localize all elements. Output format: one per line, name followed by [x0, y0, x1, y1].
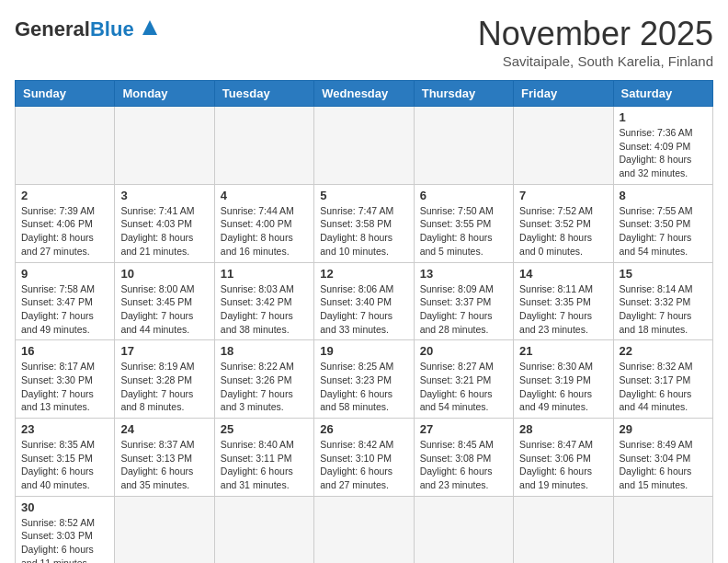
day-info: Sunrise: 7:52 AM Sunset: 3:52 PM Dayligh… [519, 204, 607, 259]
day-info: Sunrise: 7:44 AM Sunset: 4:00 PM Dayligh… [221, 204, 308, 259]
calendar-cell: 15Sunrise: 8:14 AM Sunset: 3:32 PM Dayli… [613, 262, 712, 340]
calendar-week-row: 1Sunrise: 7:36 AM Sunset: 4:09 PM Daylig… [16, 107, 713, 185]
day-info: Sunrise: 8:47 AM Sunset: 3:06 PM Dayligh… [519, 438, 607, 492]
weekday-header-thursday: Thursday [414, 81, 513, 107]
calendar-cell [514, 496, 613, 563]
weekday-header-wednesday: Wednesday [314, 81, 414, 107]
day-number: 18 [221, 344, 308, 358]
calendar-cell: 5Sunrise: 7:47 AM Sunset: 3:58 PM Daylig… [314, 184, 414, 262]
day-info: Sunrise: 8:17 AM Sunset: 3:30 PM Dayligh… [21, 360, 108, 414]
day-number: 8 [620, 189, 707, 202]
calendar-week-row: 23Sunrise: 8:35 AM Sunset: 3:15 PM Dayli… [16, 419, 713, 497]
day-info: Sunrise: 8:14 AM Sunset: 3:32 PM Dayligh… [620, 282, 707, 337]
day-info: Sunrise: 8:27 AM Sunset: 3:21 PM Dayligh… [420, 360, 507, 414]
weekday-header-sunday: Sunday [16, 81, 115, 107]
logo-blue-text: Blue [90, 17, 134, 41]
calendar-cell: 14Sunrise: 8:11 AM Sunset: 3:35 PM Dayli… [514, 262, 613, 340]
day-number: 22 [620, 344, 707, 358]
calendar-cell: 17Sunrise: 8:19 AM Sunset: 3:28 PM Dayli… [115, 340, 214, 419]
calendar-cell [115, 496, 214, 563]
day-info: Sunrise: 8:30 AM Sunset: 3:19 PM Dayligh… [519, 360, 607, 414]
day-number: 24 [120, 422, 208, 436]
calendar-cell [214, 107, 313, 185]
calendar-cell [16, 107, 115, 185]
calendar-cell: 8Sunrise: 7:55 AM Sunset: 3:50 PM Daylig… [613, 184, 712, 262]
logo-icon [137, 15, 163, 44]
day-number: 6 [420, 189, 507, 202]
logo-area: General Blue [15, 15, 163, 44]
calendar-cell: 9Sunrise: 7:58 AM Sunset: 3:47 PM Daylig… [16, 262, 115, 340]
calendar-cell: 16Sunrise: 8:17 AM Sunset: 3:30 PM Dayli… [16, 340, 115, 419]
day-info: Sunrise: 7:47 AM Sunset: 3:58 PM Dayligh… [320, 204, 407, 259]
calendar-cell: 24Sunrise: 8:37 AM Sunset: 3:13 PM Dayli… [115, 419, 214, 497]
day-number: 13 [420, 267, 507, 281]
calendar-cell: 3Sunrise: 7:41 AM Sunset: 4:03 PM Daylig… [115, 184, 214, 262]
calendar-cell: 29Sunrise: 8:49 AM Sunset: 3:04 PM Dayli… [613, 419, 712, 497]
calendar-cell [514, 107, 613, 185]
title-area: November 2025 Savitaipale, South Karelia… [478, 15, 713, 69]
day-info: Sunrise: 8:32 AM Sunset: 3:17 PM Dayligh… [620, 360, 707, 414]
day-number: 26 [320, 422, 407, 436]
weekday-header-row: SundayMondayTuesdayWednesdayThursdayFrid… [16, 81, 713, 107]
calendar-cell: 25Sunrise: 8:40 AM Sunset: 3:11 PM Dayli… [214, 419, 313, 497]
calendar-cell: 19Sunrise: 8:25 AM Sunset: 3:23 PM Dayli… [314, 340, 414, 419]
calendar-cell [314, 496, 414, 563]
day-number: 12 [320, 267, 407, 281]
day-number: 9 [21, 267, 108, 281]
calendar-cell: 4Sunrise: 7:44 AM Sunset: 4:00 PM Daylig… [214, 184, 313, 262]
calendar-cell: 22Sunrise: 8:32 AM Sunset: 3:17 PM Dayli… [613, 340, 712, 419]
day-info: Sunrise: 7:41 AM Sunset: 4:03 PM Dayligh… [120, 204, 208, 259]
logo-general-text: General [15, 17, 90, 41]
day-info: Sunrise: 8:40 AM Sunset: 3:11 PM Dayligh… [221, 438, 308, 492]
location-subtitle: Savitaipale, South Karelia, Finland [478, 53, 713, 69]
day-info: Sunrise: 8:25 AM Sunset: 3:23 PM Dayligh… [320, 360, 407, 414]
calendar-cell: 30Sunrise: 8:52 AM Sunset: 3:03 PM Dayli… [16, 496, 115, 563]
day-number: 27 [420, 422, 507, 436]
day-number: 19 [320, 344, 407, 358]
calendar-table: SundayMondayTuesdayWednesdayThursdayFrid… [15, 80, 713, 563]
calendar-cell: 20Sunrise: 8:27 AM Sunset: 3:21 PM Dayli… [414, 340, 513, 419]
calendar-week-row: 9Sunrise: 7:58 AM Sunset: 3:47 PM Daylig… [16, 262, 713, 340]
day-number: 3 [120, 189, 208, 202]
day-number: 15 [620, 267, 707, 281]
month-year-title: November 2025 [478, 15, 713, 53]
calendar-cell [414, 496, 513, 563]
calendar-cell: 28Sunrise: 8:47 AM Sunset: 3:06 PM Dayli… [514, 419, 613, 497]
day-info: Sunrise: 7:39 AM Sunset: 4:06 PM Dayligh… [21, 204, 108, 259]
day-number: 4 [221, 189, 308, 202]
day-number: 14 [519, 267, 607, 281]
calendar-cell: 7Sunrise: 7:52 AM Sunset: 3:52 PM Daylig… [514, 184, 613, 262]
day-number: 5 [320, 189, 407, 202]
calendar-cell [314, 107, 414, 185]
day-info: Sunrise: 7:55 AM Sunset: 3:50 PM Dayligh… [620, 204, 707, 259]
day-number: 28 [519, 422, 607, 436]
day-number: 25 [221, 422, 308, 436]
day-number: 10 [120, 267, 208, 281]
calendar-cell: 11Sunrise: 8:03 AM Sunset: 3:42 PM Dayli… [214, 262, 313, 340]
calendar-cell: 10Sunrise: 8:00 AM Sunset: 3:45 PM Dayli… [115, 262, 214, 340]
day-info: Sunrise: 8:35 AM Sunset: 3:15 PM Dayligh… [21, 438, 108, 492]
calendar-cell: 2Sunrise: 7:39 AM Sunset: 4:06 PM Daylig… [16, 184, 115, 262]
calendar-cell [214, 496, 313, 563]
weekday-header-saturday: Saturday [613, 81, 712, 107]
calendar-week-row: 2Sunrise: 7:39 AM Sunset: 4:06 PM Daylig… [16, 184, 713, 262]
weekday-header-monday: Monday [115, 81, 214, 107]
day-number: 1 [620, 110, 707, 124]
day-info: Sunrise: 8:00 AM Sunset: 3:45 PM Dayligh… [120, 282, 208, 337]
day-info: Sunrise: 8:06 AM Sunset: 3:40 PM Dayligh… [320, 282, 407, 337]
calendar-cell [613, 496, 712, 563]
day-info: Sunrise: 8:22 AM Sunset: 3:26 PM Dayligh… [221, 360, 308, 414]
day-info: Sunrise: 8:37 AM Sunset: 3:13 PM Dayligh… [120, 438, 208, 492]
calendar-cell: 23Sunrise: 8:35 AM Sunset: 3:15 PM Dayli… [16, 419, 115, 497]
calendar-cell: 21Sunrise: 8:30 AM Sunset: 3:19 PM Dayli… [514, 340, 613, 419]
day-info: Sunrise: 8:03 AM Sunset: 3:42 PM Dayligh… [221, 282, 308, 337]
day-number: 30 [21, 500, 108, 514]
calendar-week-row: 30Sunrise: 8:52 AM Sunset: 3:03 PM Dayli… [16, 496, 713, 563]
day-number: 21 [519, 344, 607, 358]
day-info: Sunrise: 8:49 AM Sunset: 3:04 PM Dayligh… [620, 438, 707, 492]
calendar-cell [414, 107, 513, 185]
day-number: 29 [620, 422, 707, 436]
day-info: Sunrise: 8:52 AM Sunset: 3:03 PM Dayligh… [21, 516, 108, 563]
day-number: 23 [21, 422, 108, 436]
calendar-cell: 27Sunrise: 8:45 AM Sunset: 3:08 PM Dayli… [414, 419, 513, 497]
